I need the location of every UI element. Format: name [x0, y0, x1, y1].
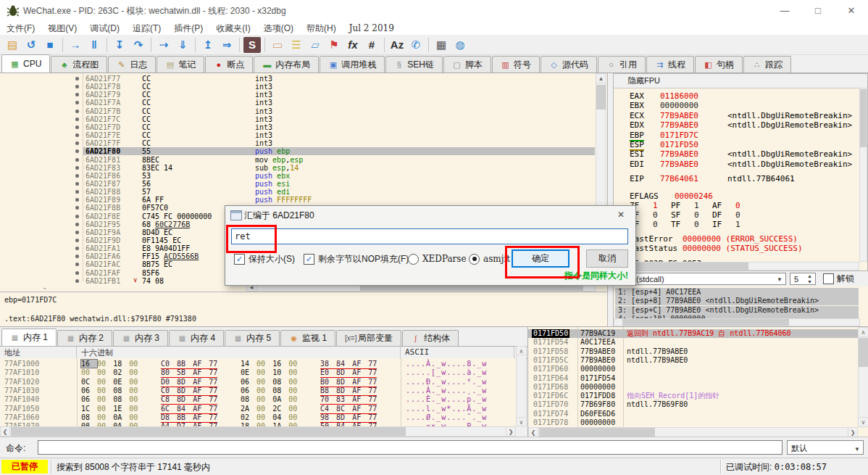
- disasm-row[interactable]: 6AD21F7DCCint3: [83, 123, 595, 131]
- register-row[interactable]: ESP0171FD50: [614, 140, 859, 149]
- argument-row[interactable]: 3: [esp+C] 77B9ABE0 <ntdll.DbgUiRemoteBr…: [615, 306, 859, 315]
- register-row[interactable]: EBX00000000: [614, 101, 859, 110]
- hide-fpu-button[interactable]: 隐藏FPU: [614, 74, 867, 88]
- scroll-thumb[interactable]: [539, 428, 655, 437]
- disasm-row[interactable]: 6AD21F8383EC 14sub esp,14: [83, 164, 595, 172]
- register-row[interactable]: EDX77B9ABE0<ntdll.DbgUiRemoteBreakin>: [614, 120, 859, 130]
- menu-item[interactable]: 收藏夹(I): [209, 22, 256, 36]
- dump-vertical-scrollbar[interactable]: [516, 346, 527, 426]
- dialog-title-bar[interactable]: 汇编于 6AD21F80 ✕: [225, 206, 635, 224]
- disasm-row[interactable]: 6AD21F8055push ebp: [83, 147, 595, 155]
- disasm-row[interactable]: 6AD21F7ACCint3: [83, 99, 595, 107]
- register-row[interactable]: LastStatus00000000 (STATUS_SUCCESS): [614, 244, 859, 253]
- assembly-instruction-input[interactable]: ret: [231, 228, 628, 244]
- register-row[interactable]: EIP77B64061ntdll.77B64061: [614, 174, 859, 183]
- dump-tab-局部变量[interactable]: [x=]局部变量: [336, 330, 401, 346]
- keep-size-checkbox[interactable]: ✓ 保持大小(S): [234, 253, 295, 265]
- step-out-icon[interactable]: ↥: [199, 37, 217, 53]
- dump-row[interactable]: 77AF104006 00 08 00C8 8D AF 7708 00 0A 0…: [0, 395, 516, 404]
- stack-row[interactable]: 0171FD5077B9AC19返回到 ntdll.77B9AC19 自 ntd…: [528, 329, 858, 338]
- dump-row[interactable]: 77AF10200C 00 0E 00D0 8D AF 7706 00 08 0…: [0, 378, 516, 387]
- phone-icon[interactable]: ✆: [407, 37, 425, 53]
- registers-panel[interactable]: 隐藏FPU EAX01186000EBX00000000ECX77B9ABE0<…: [613, 73, 868, 271]
- open-file-icon[interactable]: ▤: [4, 37, 21, 53]
- register-row[interactable]: EDI77B9ABE0<ntdll.DbgUiRemoteBreakin>: [614, 160, 859, 169]
- functions-icon[interactable]: fx: [344, 37, 362, 53]
- stop-icon[interactable]: ■: [41, 37, 59, 53]
- register-row[interactable]: EAX01186000: [614, 91, 859, 101]
- hash-icon[interactable]: #: [363, 37, 380, 53]
- disasm-row[interactable]: 6AD21F7FCCint3: [83, 139, 595, 147]
- stack-panel[interactable]: 0171FD5077B9AC19返回到 ntdll.77B9AC19 自 ntd…: [527, 326, 868, 437]
- patches-icon[interactable]: ▭: [269, 37, 286, 53]
- dump-row[interactable]: 77AF103006 00 08 00C0 8D AF 7706 00 08 0…: [0, 387, 516, 395]
- command-profile-select[interactable]: 默认 ▼: [787, 440, 864, 455]
- disasm-row[interactable]: 6AD21F7BCCint3: [83, 107, 595, 115]
- menu-item[interactable]: 选项(O): [257, 22, 300, 36]
- stack-row[interactable]: 0171FD6C0171FDD8指向SEH_Record[1]的指针: [528, 392, 858, 400]
- tab-线程[interactable]: ⇉线程: [646, 56, 694, 73]
- command-input[interactable]: [38, 440, 783, 455]
- dump-row[interactable]: 77AF106008 00 0A 00D8 8B AF 7702 00 04 0…: [0, 413, 516, 422]
- disasm-row[interactable]: 6AD21F8653push ebx: [83, 172, 595, 180]
- disasm-row[interactable]: 6AD21F8756push esi: [83, 180, 595, 188]
- tab-脚本[interactable]: ▢脚本: [443, 56, 491, 73]
- menu-item[interactable]: 插件(P): [167, 22, 209, 36]
- register-row[interactable]: LastError00000000 (ERROR_SUCCESS): [614, 234, 859, 244]
- menu-item[interactable]: 调试(D): [83, 22, 126, 36]
- run-icon[interactable]: →: [67, 37, 84, 53]
- maximize-button[interactable]: □: [801, 0, 835, 22]
- scroll-thumb[interactable]: [622, 319, 789, 326]
- fill-nop-checkbox[interactable]: ✓ 剩余字节以NOP填充(F): [304, 253, 409, 265]
- tab-CPU[interactable]: ▦CPU: [1, 54, 50, 73]
- disasm-row[interactable]: 6AD21F78CCint3: [83, 83, 595, 91]
- tab-笔记[interactable]: ▤笔记: [157, 56, 204, 73]
- dialog-close-icon[interactable]: ✕: [606, 206, 635, 224]
- tab-流程图[interactable]: ♣流程图: [51, 56, 107, 73]
- scroll-left-icon[interactable]: ❮: [0, 426, 10, 437]
- tab-SEH链[interactable]: §SEH链: [385, 56, 443, 73]
- stack-row[interactable]: 0171FD7800000000: [528, 418, 858, 427]
- scroll-up-icon[interactable]: ▲: [596, 73, 606, 83]
- cancel-button[interactable]: 取消: [586, 249, 628, 268]
- register-row[interactable]: EFLAGS00000246: [614, 191, 859, 201]
- stack-row[interactable]: 0171FD7077B69F80ntdll.77B69F80: [528, 400, 858, 409]
- scroll-thumb[interactable]: [11, 427, 406, 436]
- scroll-left-icon[interactable]: ❮: [528, 427, 538, 437]
- asmjit-radio[interactable]: asmjit: [469, 253, 510, 265]
- stack-row[interactable]: 0171FD6800000000: [528, 383, 858, 392]
- menu-item[interactable]: 帮助(H): [300, 22, 343, 36]
- strings-icon[interactable]: Az: [388, 37, 406, 53]
- stack-row[interactable]: 0171FD6000000000: [528, 365, 858, 373]
- close-button[interactable]: ✕: [835, 0, 868, 22]
- tab-跟踪[interactable]: ∴跟踪: [743, 56, 791, 73]
- dump-row[interactable]: 77AF101000 00 02 0080 5B AF 770E 00 10 0…: [0, 368, 516, 377]
- register-row[interactable]: EBP0171FD7C: [614, 131, 859, 140]
- calling-convention-select[interactable]: 默认 (stdcall) ▼: [614, 273, 786, 285]
- step-into-icon[interactable]: ↧: [111, 37, 128, 53]
- disasm-row[interactable]: 6AD21F79CCint3: [83, 91, 595, 99]
- disasm-row[interactable]: 6AD21F77CCint3: [83, 75, 595, 83]
- pause-icon[interactable]: ‖: [85, 37, 103, 53]
- stack-row[interactable]: 0171FD54A0C17EEA: [528, 338, 858, 347]
- dump-tab-内存 2[interactable]: ▦内存 2: [57, 330, 112, 346]
- tab-内存布局[interactable]: ▬内存布局: [254, 56, 319, 73]
- run-to-user-code-icon[interactable]: ⇒: [218, 37, 235, 53]
- stack-row[interactable]: 0171FD5877B9ABE0ntdll.77B9ABE0: [528, 347, 858, 356]
- dump-tab-监视 1[interactable]: ◉监视 1: [280, 330, 335, 346]
- tab-日志[interactable]: ✎日志: [108, 56, 156, 73]
- bookmarks-icon[interactable]: ⚑: [325, 37, 343, 53]
- menu-item[interactable]: 追踪(T): [126, 22, 167, 36]
- comments-icon[interactable]: ☰: [288, 37, 305, 53]
- register-row[interactable]: OF0SF0DF0: [614, 210, 859, 220]
- disasm-row[interactable]: 6AD21F896A FFpush FFFFFFFF: [83, 196, 595, 204]
- restart-icon[interactable]: ↺: [22, 37, 40, 53]
- scroll-up-icon[interactable]: ∧: [858, 327, 868, 337]
- menu-item[interactable]: 视图(V): [41, 22, 83, 36]
- scroll-thumb[interactable]: [596, 85, 606, 110]
- dump-tab-内存 5[interactable]: ▦内存 5: [225, 330, 280, 346]
- disasm-row[interactable]: 6AD21F8857push edi: [83, 188, 595, 196]
- scroll-right-icon[interactable]: ❯: [506, 426, 516, 437]
- minimize-button[interactable]: —: [768, 0, 801, 22]
- tab-符号[interactable]: ▥符号: [492, 56, 540, 73]
